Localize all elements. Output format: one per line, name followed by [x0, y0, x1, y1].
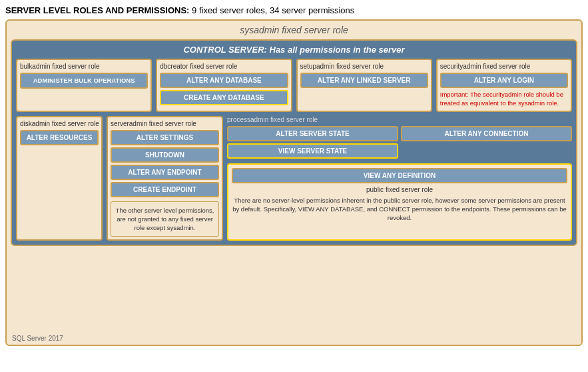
- perm-shutdown[interactable]: SHUTDOWN: [111, 147, 219, 163]
- view-any-def-title[interactable]: VIEW ANY DEFINITION: [232, 168, 567, 183]
- alter-server-state-col: ALTER SERVER STATE VIEW SERVER STATE: [227, 126, 398, 161]
- diskadmin-title: diskadmin fixed server role: [20, 120, 99, 127]
- setupadmin-box: setupadmin fixed server role ALTER ANY L…: [296, 59, 432, 112]
- sql-version: SQL Server 2017: [12, 335, 63, 342]
- diskadmin-box: diskadmin fixed server role ALTER RESOUR…: [16, 116, 103, 241]
- serveradmin-box: serveradmin fixed server role ALTER SETT…: [107, 116, 223, 241]
- bulkadmin-title: bulkadmin fixed server role: [20, 63, 148, 70]
- dbcreator-title: dbcreator fixed server role: [160, 63, 288, 70]
- securityadmin-box: securityadmin fixed server role ALTER AN…: [436, 59, 572, 112]
- perm-create-any-db[interactable]: CREATE ANY DATABASE: [160, 90, 288, 105]
- sysadmin-title: sysadmin fixed server role: [11, 25, 577, 35]
- sysadmin-box: sysadmin fixed server role CONTROL SERVE…: [5, 19, 583, 346]
- serveradmin-title: serveradmin fixed server role: [111, 120, 219, 127]
- processadmin-perms-row: ALTER SERVER STATE VIEW SERVER STATE ALT…: [227, 126, 572, 161]
- alter-any-conn-col: ALTER ANY CONNECTION: [401, 126, 572, 161]
- other-perms-note: The other server level permissions, are …: [111, 201, 219, 237]
- control-server-title: CONTROL SERVER: Has all permissions in t…: [16, 45, 572, 55]
- perm-alter-resources[interactable]: ALTER RESOURCES: [20, 130, 99, 145]
- public-role-title: public fixed server role: [232, 186, 567, 193]
- perm-alter-any-endpoint[interactable]: ALTER ANY ENDPOINT: [111, 165, 219, 180]
- perm-alter-any-db[interactable]: ALTER ANY DATABASE: [160, 73, 288, 88]
- perm-view-server-state[interactable]: VIEW SERVER STATE: [227, 143, 398, 159]
- processadmin-label-box: processadmin fixed server role ALTER SER…: [227, 116, 572, 161]
- perm-alter-any-connection[interactable]: ALTER ANY CONNECTION: [401, 126, 572, 141]
- securityadmin-note: Important: The securityadmin role should…: [440, 90, 568, 108]
- perm-alter-any-login[interactable]: ALTER ANY LOGIN: [440, 73, 568, 88]
- dbcreator-box: dbcreator fixed server role ALTER ANY DA…: [156, 59, 292, 112]
- roles-grid-top: bulkadmin fixed server role ADMINISTER B…: [16, 59, 572, 112]
- perm-alter-settings[interactable]: ALTER SETTINGS: [111, 130, 219, 145]
- processadmin-title: processadmin fixed server role: [227, 116, 572, 123]
- page-title: SERVER LEVEL ROLES AND PERMISSIONS: 9 fi…: [5, 5, 583, 15]
- control-server-box: CONTROL SERVER: Has all permissions in t…: [11, 39, 577, 246]
- perm-alter-server-state[interactable]: ALTER SERVER STATE: [227, 126, 398, 141]
- view-any-def-box: VIEW ANY DEFINITION public fixed server …: [227, 163, 572, 241]
- perm-alter-any-linked-server[interactable]: ALTER ANY LINKED SERVER: [300, 73, 428, 88]
- perm-create-endpoint[interactable]: CREATE ENDPOINT: [111, 182, 219, 197]
- setupadmin-title: setupadmin fixed server role: [300, 63, 428, 70]
- public-role-desc: There are no server-level permissions in…: [232, 196, 567, 223]
- bulkadmin-box: bulkadmin fixed server role ADMINISTER B…: [16, 59, 152, 112]
- roles-grid-bottom: diskadmin fixed server role ALTER RESOUR…: [16, 116, 572, 241]
- right-section: processadmin fixed server role ALTER SER…: [227, 116, 572, 241]
- perm-administer-bulk[interactable]: ADMINISTER BULK OPERATIONS: [20, 73, 148, 89]
- securityadmin-title: securityadmin fixed server role: [440, 63, 568, 70]
- outer-container: SERVER LEVEL ROLES AND PERMISSIONS: 9 fi…: [0, 0, 588, 372]
- processadmin-row: processadmin fixed server role ALTER SER…: [227, 116, 572, 161]
